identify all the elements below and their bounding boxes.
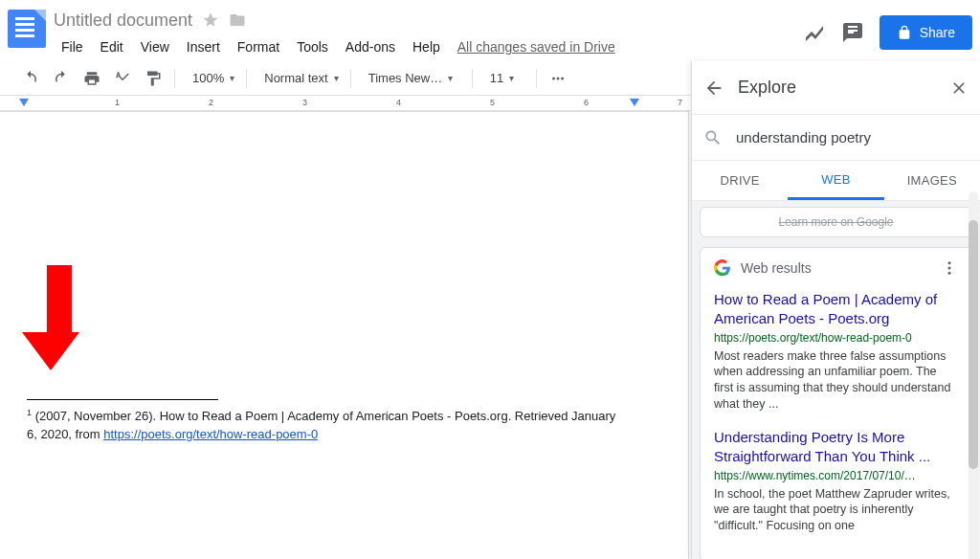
explore-title: Explore xyxy=(738,78,936,98)
ruler-mark: 4 xyxy=(396,98,401,107)
svg-point-2 xyxy=(561,77,564,79)
scrollbar[interactable] xyxy=(969,191,978,559)
result-snippet: In school, the poet Matthew Zapruder wri… xyxy=(714,486,958,535)
doc-title[interactable]: Untitled document xyxy=(54,11,192,31)
svg-point-4 xyxy=(948,267,951,270)
result-title[interactable]: Understanding Poetry Is More Straightfor… xyxy=(714,428,958,467)
menu-tools[interactable]: Tools xyxy=(289,35,336,58)
ruler[interactable]: 1 2 3 4 5 6 7 xyxy=(0,96,691,111)
ruler-mark: 1 xyxy=(115,98,120,107)
footnote-text[interactable]: 1 (2007, November 26). How to Read a Poe… xyxy=(27,407,620,443)
back-icon[interactable] xyxy=(703,78,724,99)
menu-format[interactable]: Format xyxy=(230,35,287,58)
lock-icon xyxy=(897,25,912,40)
footnote-link[interactable]: https://poets.org/text/how-read-poem-0 xyxy=(103,427,318,441)
comments-icon[interactable] xyxy=(841,21,864,44)
right-indent-marker[interactable] xyxy=(630,99,639,106)
tab-drive[interactable]: DRIVE xyxy=(692,161,788,200)
explore-tabs: DRIVE WEB IMAGES xyxy=(692,161,980,201)
tab-images[interactable]: IMAGES xyxy=(884,161,980,200)
share-button[interactable]: Share xyxy=(880,15,972,50)
ruler-mark: 5 xyxy=(490,98,495,107)
svg-point-3 xyxy=(948,261,951,264)
ruler-mark: 2 xyxy=(209,98,213,107)
web-results-label: Web results xyxy=(741,260,931,276)
web-results-card: Web results How to Read a Poem | Academy… xyxy=(700,247,972,559)
ruler-mark: 6 xyxy=(584,98,589,107)
docs-logo[interactable] xyxy=(8,10,46,48)
share-label: Share xyxy=(920,25,955,40)
font-select[interactable]: Times New… xyxy=(359,65,464,92)
ruler-mark: 3 xyxy=(302,98,307,107)
menu-help[interactable]: Help xyxy=(405,35,448,58)
footnote-separator xyxy=(27,399,218,400)
menu-view[interactable]: View xyxy=(133,35,177,58)
menu-bar: File Edit View Insert Format Tools Add-o… xyxy=(54,35,803,58)
zoom-select[interactable]: 100% xyxy=(183,65,238,92)
search-icon xyxy=(703,128,723,147)
close-icon[interactable] xyxy=(949,78,969,98)
paint-format-button[interactable] xyxy=(140,65,167,92)
google-icon xyxy=(714,259,731,277)
red-arrow-annotation xyxy=(38,265,79,370)
explore-query[interactable]: understanding poetry xyxy=(736,129,969,145)
tab-web[interactable]: WEB xyxy=(788,161,883,200)
search-result[interactable]: Understanding Poetry Is More Straightfor… xyxy=(714,428,958,534)
left-indent-marker[interactable] xyxy=(19,99,29,106)
menu-insert[interactable]: Insert xyxy=(179,35,228,58)
more-formatting-button[interactable] xyxy=(545,65,571,92)
move-folder-icon[interactable] xyxy=(229,11,246,29)
document-page[interactable]: 1 (2007, November 26). How to Read a Poe… xyxy=(0,111,689,559)
print-button[interactable] xyxy=(78,65,105,92)
result-url: https://www.nytimes.com/2017/07/10/… xyxy=(714,469,958,482)
menu-file[interactable]: File xyxy=(54,35,91,58)
undo-button[interactable] xyxy=(17,65,44,92)
result-url: https://poets.org/text/how-read-poem-0 xyxy=(714,331,958,345)
redo-button[interactable] xyxy=(48,65,75,92)
ruler-mark: 7 xyxy=(678,98,682,107)
menu-edit[interactable]: Edit xyxy=(93,35,131,58)
spellcheck-button[interactable] xyxy=(109,65,136,92)
paragraph-style-select[interactable]: Normal text xyxy=(255,65,342,92)
svg-point-0 xyxy=(552,77,555,79)
search-result[interactable]: How to Read a Poem | Academy of American… xyxy=(714,290,958,413)
learn-more-card[interactable]: Learn more on Google xyxy=(700,207,972,237)
result-title[interactable]: How to Read a Poem | Academy of American… xyxy=(714,290,958,329)
svg-point-1 xyxy=(556,77,559,79)
explore-panel: Explore understanding poetry DRIVE WEB I… xyxy=(691,61,980,559)
result-snippet: Most readers make three false assumption… xyxy=(714,348,958,414)
save-state[interactable]: All changes saved in Drive xyxy=(457,35,615,58)
scrollbar-thumb[interactable] xyxy=(969,220,978,469)
svg-point-5 xyxy=(948,272,951,275)
more-icon[interactable] xyxy=(941,259,958,277)
star-icon[interactable] xyxy=(202,11,219,29)
activity-icon[interactable] xyxy=(803,21,826,44)
font-size-select[interactable]: 11 xyxy=(480,65,528,92)
menu-addons[interactable]: Add-ons xyxy=(338,35,403,58)
explore-search[interactable]: understanding poetry xyxy=(692,115,980,161)
